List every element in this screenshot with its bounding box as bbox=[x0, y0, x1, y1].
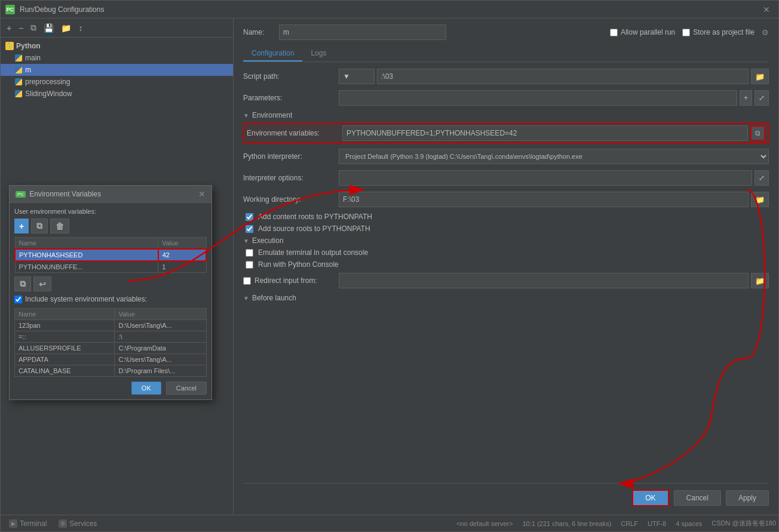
parameters-input[interactable] bbox=[339, 90, 737, 106]
parameters-expand-button[interactable]: ⤢ bbox=[755, 90, 769, 106]
include-system-label: Include system environment variables: bbox=[25, 295, 147, 303]
python-icon bbox=[15, 78, 22, 85]
redirect-input-input[interactable] bbox=[339, 273, 749, 288]
allow-parallel-checkbox[interactable] bbox=[610, 29, 618, 36]
tab-logs[interactable]: Logs bbox=[302, 46, 335, 61]
emulate-terminal-checkbox[interactable] bbox=[246, 249, 253, 257]
remove-config-button[interactable]: − bbox=[16, 22, 26, 34]
redirect-input-label: Redirect input from: bbox=[254, 276, 317, 285]
emulate-terminal-row: Emulate terminal in output console bbox=[243, 248, 769, 257]
script-path-label: Script path: bbox=[243, 72, 339, 81]
left-toolbar: + − ⧉ 💾 📁 ↕ bbox=[1, 19, 233, 38]
interpreter-options-expand[interactable]: ⤢ bbox=[755, 170, 769, 186]
copy-config-button[interactable]: ⧉ bbox=[28, 21, 39, 34]
env-row-pythonunbuffered[interactable]: PYTHONUNBUFFE... 1 bbox=[15, 261, 206, 273]
working-dir-input[interactable] bbox=[339, 192, 749, 207]
folder-config-button[interactable]: 📁 bbox=[59, 22, 73, 34]
add-source-roots-checkbox[interactable] bbox=[246, 225, 253, 233]
status-indent: 4 spaces bbox=[676, 520, 702, 527]
working-dir-label: Working directory: bbox=[243, 195, 339, 204]
close-button[interactable]: ✕ bbox=[759, 4, 774, 16]
run-python-console-row: Run with Python Console bbox=[243, 260, 769, 269]
execution-section-label: Execution bbox=[252, 236, 284, 245]
sys-row-1: =:: :\ bbox=[15, 331, 207, 343]
script-path-input[interactable] bbox=[377, 69, 749, 84]
allow-parallel-checkbox-row[interactable]: Allow parallel run bbox=[610, 28, 675, 36]
tree-item-label-slidingwindow: SlidingWindow bbox=[25, 90, 72, 98]
redirect-input-checkbox[interactable] bbox=[243, 277, 251, 285]
env-paste-button[interactable]: ⧉ bbox=[14, 276, 31, 291]
tab-logs-label: Logs bbox=[311, 49, 326, 57]
env-undo-button[interactable]: ↩ bbox=[33, 276, 51, 291]
script-path-row: Script path: ▼ 📁 bbox=[243, 68, 769, 85]
interpreter-group: Project Default (Python 3.9 (logtad) C:\… bbox=[339, 149, 769, 164]
sys-row-value-3: C:\Users\Tang\A... bbox=[115, 354, 207, 365]
run-python-console-checkbox[interactable] bbox=[246, 261, 253, 269]
sys-row-value-2: C:\ProgramData bbox=[115, 343, 207, 354]
name-input[interactable] bbox=[279, 24, 446, 40]
working-dir-folder-button[interactable]: 📁 bbox=[751, 192, 769, 207]
interpreter-options-group: ⤢ bbox=[339, 170, 769, 186]
bottom-tab-services[interactable]: ⚙ Services bbox=[53, 517, 103, 530]
tree-item-m[interactable]: m bbox=[1, 64, 233, 76]
cancel-button[interactable]: Cancel bbox=[674, 490, 721, 506]
include-system-checkbox[interactable] bbox=[14, 296, 22, 303]
services-icon: ⚙ bbox=[59, 519, 67, 528]
status-user: CSDN @迷路爸爸180 bbox=[711, 519, 776, 528]
parameters-add-button[interactable]: + bbox=[740, 90, 752, 106]
env-add-button[interactable]: + bbox=[14, 219, 29, 233]
parameters-label: Parameters: bbox=[243, 94, 339, 102]
gear-icon[interactable]: ⚙ bbox=[762, 28, 769, 37]
sys-name-header: Name bbox=[15, 309, 115, 320]
env-copy-btn2[interactable]: ⧉ bbox=[31, 219, 48, 233]
store-project-checkbox-row[interactable]: Store as project file bbox=[682, 28, 755, 36]
store-project-label: Store as project file bbox=[693, 28, 755, 36]
before-launch-section-header: ▼ Before launch bbox=[243, 294, 769, 302]
sys-row-4: CATALINA_BASE D:\Program Files\... bbox=[15, 365, 207, 377]
right-panel: Name: Allow parallel run Store as projec… bbox=[234, 19, 778, 515]
run-python-console-label: Run with Python Console bbox=[258, 260, 339, 269]
redirect-input-row: Redirect input from: 📁 bbox=[243, 272, 769, 289]
sort-config-button[interactable]: ↕ bbox=[76, 22, 85, 34]
add-config-button[interactable]: + bbox=[4, 22, 14, 34]
env-variables-label: Environment variables: bbox=[247, 129, 342, 137]
env-action-bar: OK Cancel bbox=[14, 382, 207, 395]
store-project-checkbox[interactable] bbox=[682, 29, 690, 36]
tab-configuration[interactable]: Configuration bbox=[243, 46, 302, 61]
status-charset: UTF-8 bbox=[648, 520, 666, 527]
tree-item-preprocessing[interactable]: preprocessing bbox=[1, 76, 233, 88]
env-cancel-button[interactable]: Cancel bbox=[166, 382, 207, 395]
ok-button[interactable]: OK bbox=[632, 490, 668, 506]
bottom-tab-terminal[interactable]: ▶ Terminal bbox=[3, 517, 53, 530]
env-copy-button[interactable]: ⧉ bbox=[750, 125, 765, 141]
interpreter-options-input[interactable] bbox=[339, 170, 752, 186]
env-dialog-title-bar: PC Environment Variables ✕ bbox=[10, 186, 211, 203]
add-source-roots-label: Add source roots to PYTHONPATH bbox=[258, 225, 370, 233]
redirect-input-folder-button[interactable]: 📁 bbox=[751, 273, 769, 288]
env-dialog-close-button[interactable]: ✕ bbox=[198, 189, 206, 199]
status-server: <no default server> bbox=[456, 520, 513, 527]
env-system-table: Name Value 123pan D:\Users\Tang\A... =::… bbox=[14, 308, 207, 377]
sys-row-0: 123pan D:\Users\Tang\A... bbox=[15, 320, 207, 331]
env-row-pythonhashseed[interactable]: PYTHONHASHSEED 42 bbox=[15, 249, 206, 261]
status-encoding: CRLF bbox=[621, 520, 638, 527]
script-path-dropdown[interactable]: ▼ bbox=[339, 69, 375, 84]
env-bottom-toolbar: ⧉ ↩ bbox=[14, 276, 207, 291]
env-name-header: Name bbox=[15, 238, 158, 250]
script-path-folder-button[interactable]: 📁 bbox=[751, 69, 769, 84]
tree-item-main[interactable]: main bbox=[1, 52, 233, 64]
interpreter-select[interactable]: Project Default (Python 3.9 (logtad) C:\… bbox=[339, 149, 769, 164]
env-delete-button[interactable]: 🗑 bbox=[50, 219, 69, 233]
parameters-row: Parameters: + ⤢ bbox=[243, 90, 769, 106]
env-ok-button[interactable]: OK bbox=[131, 382, 161, 395]
sys-value-header: Value bbox=[115, 309, 207, 320]
add-content-roots-checkbox[interactable] bbox=[246, 213, 253, 221]
before-launch-placeholder bbox=[243, 306, 769, 318]
env-variables-input[interactable] bbox=[342, 125, 748, 141]
tabs-bar: Configuration Logs bbox=[243, 46, 769, 62]
before-launch-label: Before launch bbox=[252, 294, 296, 302]
apply-button[interactable]: Apply bbox=[726, 490, 769, 506]
save-config-button[interactable]: 💾 bbox=[41, 22, 56, 34]
sys-row-name-4: CATALINA_BASE bbox=[15, 365, 115, 377]
tree-item-slidingwindow[interactable]: SlidingWindow bbox=[1, 88, 233, 100]
